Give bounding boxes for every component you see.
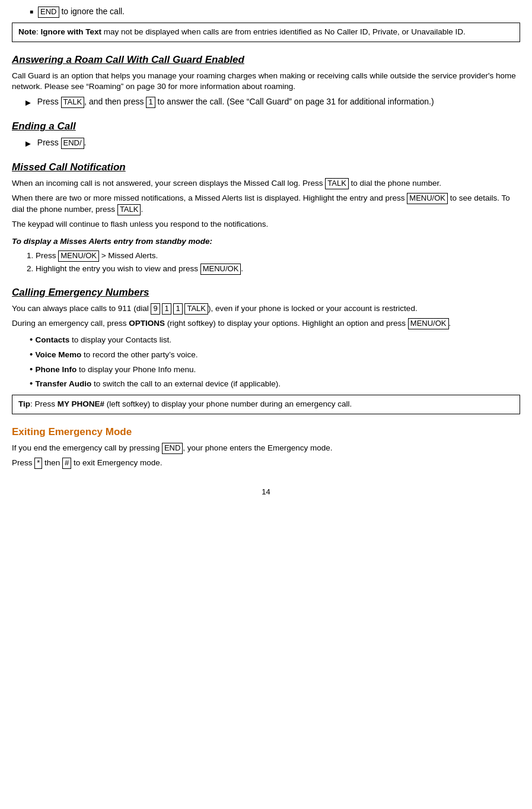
tip-my-phone: MY PHONE# [58, 399, 104, 408]
note-text: may not be displayed when calls are from… [101, 27, 466, 36]
emergency-bullet-item: Transfer Audio to switch the call to an … [30, 377, 520, 390]
roam-arrow-item: ► Press TALK, and then press 1 to answer… [12, 96, 520, 109]
emergency-bullets: Contacts to display your Contacts list.V… [12, 333, 520, 391]
one-key-b: 1 [173, 303, 182, 315]
nine-key: 9 [151, 303, 160, 315]
missed-title: Missed Call Notification [12, 160, 520, 175]
emergency-talk-key: TALK [184, 303, 208, 315]
one-key-a: 1 [162, 303, 171, 315]
missed-menu-key2: MENU/OK [58, 250, 99, 262]
missed-section: Missed Call Notification When an incomin… [12, 160, 520, 275]
talk-key: TALK [61, 97, 85, 108]
missed-talk-key2: TALK [117, 204, 141, 215]
missed-para3: The keypad will continue to flash unless… [12, 219, 520, 230]
exit-emergency-para2: Press * then # to exit Emergency mode. [12, 458, 520, 469]
ending-arrow-symbol: ► [24, 137, 33, 150]
hash-key: # [62, 458, 71, 469]
tip-box: Tip: Press MY PHONE# (left softkey) to d… [12, 395, 520, 414]
missed-step2: Highlight the entry you wish to view and… [36, 264, 520, 275]
bullet-bold: Contacts [35, 335, 69, 344]
ending-title: Ending a Call [12, 119, 520, 134]
emergency-bullet-item: Contacts to display your Contacts list. [30, 333, 520, 346]
missed-steps: Press MENU/OK > Missed Alerts. Highlight… [12, 250, 520, 275]
exit-emergency-title: Exiting Emergency Mode [12, 425, 520, 439]
roam-title: Answering a Roam Call With Call Guard En… [12, 53, 520, 67]
emergency-menu-key: MENU/OK [408, 318, 449, 329]
emergency-bullet-item: Phone Info to display your Phone Info me… [30, 363, 520, 376]
end-slash-key: END/ [61, 138, 84, 149]
missed-talk-key: TALK [325, 178, 349, 189]
ending-arrow-item: ► Press END/. [12, 137, 520, 150]
note-bold-text: Ignore with Text [41, 27, 102, 36]
exit-emergency-section: Exiting Emergency Mode If you end the em… [12, 425, 520, 469]
roam-section: Answering a Roam Call With Call Guard En… [12, 53, 520, 109]
note-label: Note [18, 27, 36, 36]
missed-menu-key1: MENU/OK [407, 193, 448, 204]
note-box: Note: Ignore with Text may not be displa… [12, 23, 520, 42]
bullet-bold: Voice Memo [35, 350, 81, 359]
emergency-section: Calling Emergency Numbers You can always… [12, 285, 520, 414]
bullet-bold: Transfer Audio [35, 379, 91, 388]
missed-para1: When an incoming call is not answered, y… [12, 178, 520, 189]
roam-para1: Call Guard is an option that helps you m… [12, 71, 520, 93]
one-key: 1 [146, 97, 155, 108]
top-bullet-text: END to ignore the call. [38, 6, 125, 18]
missed-italic-title: To display a Misses Alerts entry from st… [12, 236, 520, 248]
options-bold: OPTIONS [129, 319, 165, 328]
square-bullet-icon: ■ [30, 8, 33, 16]
missed-step1: Press MENU/OK > Missed Alerts. [36, 250, 520, 262]
exit-end-key: END [162, 443, 183, 454]
roam-arrow-text: Press TALK, and then press 1 to answer t… [37, 96, 434, 108]
page-number: 14 [12, 487, 520, 497]
emergency-bullet-item: Voice Memo to record the other party’s v… [30, 348, 520, 361]
emergency-para2: During an emergency call, press OPTIONS … [12, 318, 520, 329]
end-key: END [38, 7, 59, 18]
missed-menu-key3: MENU/OK [200, 264, 241, 275]
bullet-bold: Phone Info [35, 365, 77, 374]
tip-label: Tip [18, 399, 30, 408]
ending-section: Ending a Call ► Press END/. [12, 119, 520, 150]
missed-para2: When there are two or more missed notifi… [12, 193, 520, 215]
star-key: * [34, 458, 42, 469]
top-bullet-item: ■ END to ignore the call. [12, 6, 520, 18]
exit-emergency-para1: If you end the emergency call by pressin… [12, 443, 520, 454]
emergency-title: Calling Emergency Numbers [12, 285, 520, 300]
arrow-symbol: ► [24, 96, 33, 109]
emergency-para1: You can always place calls to 911 (dial … [12, 303, 520, 315]
ending-arrow-text: Press END/. [37, 137, 87, 149]
